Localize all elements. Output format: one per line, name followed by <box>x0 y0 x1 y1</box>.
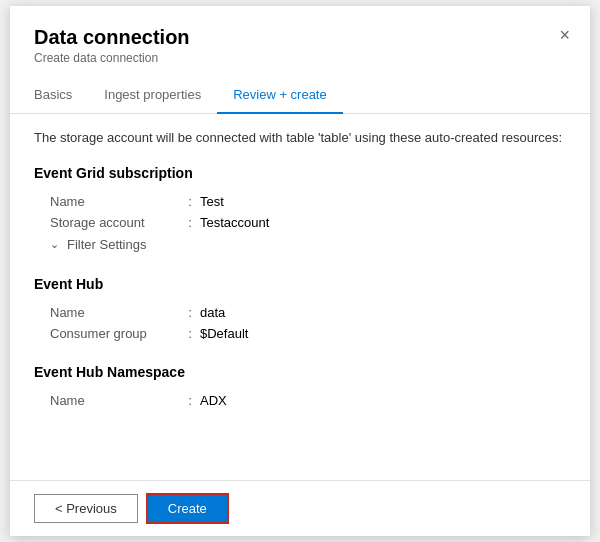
filter-settings-row[interactable]: ⌄ Filter Settings <box>34 233 566 256</box>
content-area: The storage account will be connected wi… <box>10 114 590 480</box>
colon-1: : <box>180 194 200 209</box>
info-text: The storage account will be connected wi… <box>34 130 566 145</box>
field-label-consumer: Consumer group <box>50 326 180 341</box>
tab-review[interactable]: Review + create <box>217 77 343 114</box>
field-row-storage: Storage account : Testaccount <box>34 212 566 233</box>
field-label-storage: Storage account <box>50 215 180 230</box>
tabs-bar: Basics Ingest properties Review + create <box>10 77 590 114</box>
field-label-name: Name <box>50 194 180 209</box>
field-row-consumer: Consumer group : $Default <box>34 323 566 344</box>
dialog-header: Data connection Create data connection <box>10 6 590 77</box>
create-button[interactable]: Create <box>146 493 229 524</box>
colon-2: : <box>180 215 200 230</box>
event-hub-title: Event Hub <box>34 276 566 292</box>
field-row-hub-name: Name : data <box>34 302 566 323</box>
colon-3: : <box>180 305 200 320</box>
field-row-name: Name : Test <box>34 191 566 212</box>
field-row-ns-name: Name : ADX <box>34 390 566 411</box>
field-value-storage: Testaccount <box>200 215 269 230</box>
field-value-hub-name: data <box>200 305 225 320</box>
field-value-ns-name: ADX <box>200 393 227 408</box>
dialog-footer: < Previous Create <box>10 480 590 536</box>
previous-button[interactable]: < Previous <box>34 494 138 523</box>
close-button[interactable]: × <box>555 22 574 48</box>
event-hub-section: Event Hub Name : data Consumer group : $… <box>34 276 566 344</box>
event-hub-namespace-section: Event Hub Namespace Name : ADX <box>34 364 566 411</box>
filter-settings-label: Filter Settings <box>67 237 146 252</box>
tab-ingest[interactable]: Ingest properties <box>88 77 217 114</box>
colon-4: : <box>180 326 200 341</box>
dialog-subtitle: Create data connection <box>34 51 566 65</box>
event-grid-subscription-section: Event Grid subscription Name : Test Stor… <box>34 165 566 256</box>
event-hub-namespace-title: Event Hub Namespace <box>34 364 566 380</box>
data-connection-dialog: Data connection Create data connection ×… <box>10 6 590 536</box>
tab-basics[interactable]: Basics <box>34 77 88 114</box>
field-value-name: Test <box>200 194 224 209</box>
field-label-hub-name: Name <box>50 305 180 320</box>
field-label-ns-name: Name <box>50 393 180 408</box>
dialog-title: Data connection <box>34 26 566 49</box>
field-value-consumer: $Default <box>200 326 248 341</box>
colon-5: : <box>180 393 200 408</box>
chevron-down-icon: ⌄ <box>50 238 59 251</box>
event-grid-title: Event Grid subscription <box>34 165 566 181</box>
